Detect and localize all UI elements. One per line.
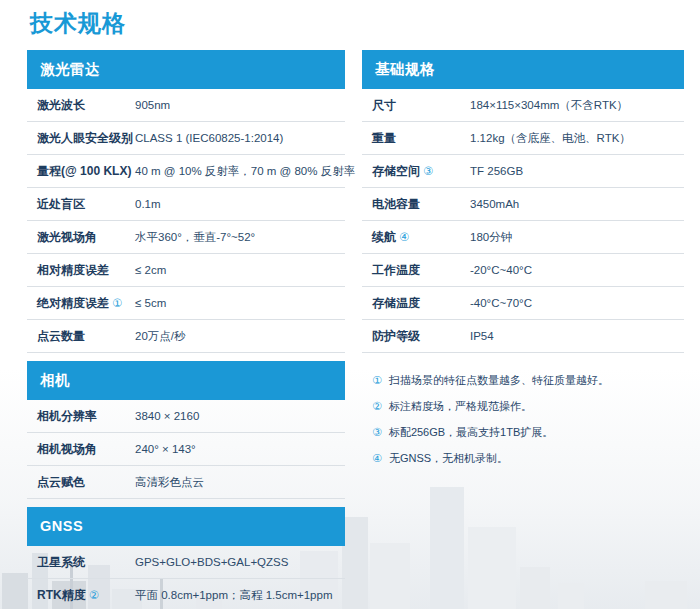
footnote-item: ④无GNSS，无相机录制。 (372, 445, 684, 471)
spec-label-cell: 激光波长 (27, 97, 135, 114)
spec-label: 激光人眼安全级别 (37, 131, 133, 145)
spec-label: 防护等级 (372, 329, 420, 343)
footnote-number: ③ (372, 419, 382, 445)
spec-row: 电池容量3450mAh (362, 188, 684, 221)
spec-value: 水平360°，垂直-7°~52° (135, 230, 255, 245)
footnote-marker: ③ (423, 165, 433, 177)
spec-row: 工作温度-20°C~40°C (362, 254, 684, 287)
spec-label-cell: 防护等级 (362, 328, 470, 345)
spec-row: 激光视场角水平360°，垂直-7°~52° (27, 221, 345, 254)
spec-label: 电池容量 (372, 197, 420, 211)
spec-value: 180分钟 (470, 230, 512, 245)
footnote-marker: ② (89, 589, 99, 601)
spec-value: 184×115×304mm（不含RTK） (470, 98, 628, 113)
spec-row: 相机分辨率3840 × 2160 (27, 400, 345, 433)
spec-value: ≤ 5cm (135, 297, 166, 309)
spec-row: 相机视场角240° × 143° (27, 433, 345, 466)
footnote-number: ① (372, 367, 382, 393)
spec-row: 存储空间③TF 256GB (362, 155, 684, 188)
spec-label: 存储温度 (372, 296, 420, 310)
footnote-item: ①扫描场景的特征点数量越多、特征质量越好。 (372, 367, 684, 393)
spec-label-cell: 电池容量 (362, 196, 470, 213)
spec-value: 905nm (135, 99, 170, 111)
spec-label: 存储空间 (372, 164, 420, 178)
spec-label: 工作温度 (372, 263, 420, 277)
spec-label: RTK精度 (37, 588, 86, 602)
spec-row: 激光人眼安全级别CLASS 1 (IEC60825-1:2014) (27, 122, 345, 155)
spec-section: 激光雷达激光波长905nm激光人眼安全级别CLASS 1 (IEC60825-1… (27, 50, 345, 353)
spec-row: 量程(@ 100 KLX)40 m @ 10% 反射率，70 m @ 80% 反… (27, 155, 345, 188)
section-header: 激光雷达 (27, 50, 345, 89)
spec-row: 尺寸184×115×304mm（不含RTK） (362, 89, 684, 122)
footnote-text: 标注精度场，严格规范操作。 (389, 393, 532, 419)
spec-label: 激光视场角 (37, 230, 97, 244)
spec-label: 相机分辨率 (37, 409, 97, 423)
spec-label: 相机视场角 (37, 442, 97, 456)
right-column: 基础规格尺寸184×115×304mm（不含RTK）重量1.12kg（含底座、电… (362, 50, 684, 471)
spec-section: GNSS卫星系统GPS+GLO+BDS+GAL+QZSSRTK精度②平面 0.8… (27, 507, 345, 609)
footnote-number: ② (372, 393, 382, 419)
spec-label: 近处盲区 (37, 197, 85, 211)
spec-value: ≤ 2cm (135, 264, 166, 276)
spec-label-cell: 相机视场角 (27, 441, 135, 458)
spec-label-cell: 激光视场角 (27, 229, 135, 246)
section-header: 相机 (27, 361, 345, 400)
footnote-text: 无GNSS，无相机录制。 (389, 445, 508, 471)
spec-label-cell: 近处盲区 (27, 196, 135, 213)
spec-row: 防护等级IP54 (362, 320, 684, 353)
spec-row: RTK精度②平面 0.8cm+1ppm；高程 1.5cm+1ppm (27, 579, 345, 609)
spec-value: IP54 (470, 330, 494, 342)
spec-label-cell: 激光人眼安全级别 (27, 130, 135, 147)
spec-label: 相对精度误差 (37, 263, 109, 277)
spec-value: 平面 0.8cm+1ppm；高程 1.5cm+1ppm (135, 588, 333, 603)
spec-value: 高清彩色点云 (135, 475, 204, 490)
footnote-text: 扫描场景的特征点数量越多、特征质量越好。 (389, 367, 609, 393)
spec-label: 续航 (372, 230, 396, 244)
spec-label: 点云赋色 (37, 475, 85, 489)
spec-value: 40 m @ 10% 反射率，70 m @ 80% 反射率 (135, 164, 355, 179)
spec-label-cell: 点云数量 (27, 328, 135, 345)
content-area: 技术规格 激光雷达激光波长905nm激光人眼安全级别CLASS 1 (IEC60… (0, 0, 700, 609)
footnote-item: ③标配256GB，最高支持1TB扩展。 (372, 419, 684, 445)
footnote-number: ④ (372, 445, 382, 471)
spec-row: 续航④180分钟 (362, 221, 684, 254)
spec-value: CLASS 1 (IEC60825-1:2014) (135, 132, 283, 144)
spec-row: 激光波长905nm (27, 89, 345, 122)
spec-label-cell: 点云赋色 (27, 474, 135, 491)
right-column-sections: 基础规格尺寸184×115×304mm（不含RTK）重量1.12kg（含底座、电… (362, 50, 684, 353)
spec-label-cell: 卫星系统 (27, 554, 135, 571)
spec-label: 绝对精度误差 (37, 296, 109, 310)
spec-value: 1.12kg（含底座、电池、RTK） (470, 131, 631, 146)
spec-value: 0.1m (135, 198, 161, 210)
spec-section: 基础规格尺寸184×115×304mm（不含RTK）重量1.12kg（含底座、电… (362, 50, 684, 353)
footnotes-list: ①扫描场景的特征点数量越多、特征质量越好。②标注精度场，严格规范操作。③标配25… (362, 367, 684, 471)
left-column: 激光雷达激光波长905nm激光人眼安全级别CLASS 1 (IEC60825-1… (27, 50, 345, 609)
spec-value: 240° × 143° (135, 443, 196, 455)
page-title: 技术规格 (30, 8, 684, 38)
spec-row: 重量1.12kg（含底座、电池、RTK） (362, 122, 684, 155)
spec-label: 点云数量 (37, 329, 85, 343)
spec-row: 存储温度-40°C~70°C (362, 287, 684, 320)
spec-label-cell: 相机分辨率 (27, 408, 135, 425)
footnote-marker: ① (112, 297, 122, 309)
spec-label-cell: 重量 (362, 130, 470, 147)
spec-value: TF 256GB (470, 165, 523, 177)
spec-value: 3840 × 2160 (135, 410, 199, 422)
spec-value: -40°C~70°C (470, 297, 532, 309)
spec-label-cell: 相对精度误差 (27, 262, 135, 279)
spec-label: 尺寸 (372, 98, 396, 112)
section-header: 基础规格 (362, 50, 684, 89)
spec-label: 卫星系统 (37, 555, 85, 569)
spec-value: 3450mAh (470, 198, 519, 210)
spec-value: GPS+GLO+BDS+GAL+QZSS (135, 556, 288, 568)
spec-value: 20万点/秒 (135, 329, 186, 344)
section-header: GNSS (27, 507, 345, 546)
spec-row: 近处盲区0.1m (27, 188, 345, 221)
spec-page: 技术规格 激光雷达激光波长905nm激光人眼安全级别CLASS 1 (IEC60… (0, 0, 700, 609)
spec-label-cell: 存储温度 (362, 295, 470, 312)
spec-label-cell: 工作温度 (362, 262, 470, 279)
footnote-item: ②标注精度场，严格规范操作。 (372, 393, 684, 419)
spec-row: 点云数量20万点/秒 (27, 320, 345, 353)
spec-row: 绝对精度误差①≤ 5cm (27, 287, 345, 320)
spec-columns: 激光雷达激光波长905nm激光人眼安全级别CLASS 1 (IEC60825-1… (27, 50, 684, 609)
